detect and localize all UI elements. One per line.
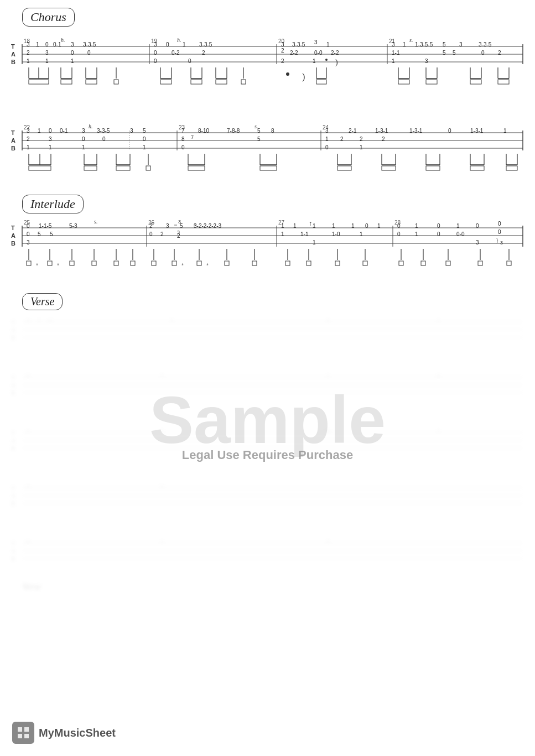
svg-rect-307: [335, 261, 340, 265]
svg-text:3: 3: [500, 240, 503, 246]
svg-text:0: 0: [27, 223, 30, 229]
svg-text:3: 3: [27, 239, 30, 246]
svg-text:1: 1: [27, 58, 30, 64]
svg-rect-293: [172, 261, 176, 265]
svg-text:T: T: [11, 129, 15, 136]
svg-text:*: *: [181, 263, 184, 269]
svg-text:0: 0: [166, 41, 169, 48]
svg-text:5: 5: [443, 41, 446, 48]
svg-rect-87: [191, 80, 202, 84]
svg-text:0: 0: [397, 231, 401, 237]
verse-label: Verse: [22, 293, 63, 310]
svg-text:0: 0: [397, 223, 401, 229]
svg-text:2: 2: [360, 136, 363, 142]
svg-rect-319: [507, 261, 511, 265]
svg-text:0: 0: [45, 41, 49, 48]
svg-text:2: 2: [202, 50, 205, 56]
svg-rect-197: [337, 166, 351, 170]
svg-text:3-3-5: 3-3-5: [479, 41, 492, 48]
svg-text:1: 1: [82, 144, 85, 150]
svg-rect-183: [116, 166, 130, 170]
svg-text:3-3-5: 3-3-5: [292, 41, 305, 48]
svg-text:2: 2: [27, 50, 30, 56]
svg-rect-111: [470, 80, 481, 84]
page: Chorus T A B 18 19 20 21 h. h. s. 3 1 0 …: [0, 0, 535, 756]
svg-text:1: 1: [351, 223, 355, 229]
svg-text:): ): [335, 58, 338, 67]
svg-text:1: 1: [415, 223, 418, 229]
svg-text:0: 0: [437, 231, 440, 237]
svg-rect-201: [382, 166, 396, 170]
svg-rect-299: [225, 261, 229, 265]
svg-rect-99: [316, 80, 326, 84]
svg-text:0: 0: [143, 136, 146, 142]
svg-rect-73: [61, 80, 72, 84]
svg-text:1: 1: [143, 144, 146, 150]
svg-text:1: 1: [360, 231, 363, 237]
svg-rect-371: [18, 734, 22, 738]
svg-text:0: 0: [365, 223, 368, 229]
svg-text:1: 1: [332, 223, 335, 229]
svg-text:5-3: 5-3: [69, 223, 77, 229]
svg-text:8-10: 8-10: [198, 128, 209, 134]
svg-text:0: 0: [188, 58, 191, 64]
svg-text:2: 2: [160, 231, 164, 237]
svg-rect-296: [197, 261, 201, 265]
svg-rect-185: [146, 166, 150, 170]
svg-rect-370: [24, 727, 29, 732]
svg-text:A: A: [11, 51, 15, 58]
svg-rect-309: [363, 261, 367, 265]
svg-text:1: 1: [326, 41, 330, 48]
svg-text:2: 2: [177, 233, 180, 239]
svg-text:0: 0: [102, 136, 106, 142]
svg-rect-103: [398, 80, 409, 84]
svg-text:0-1: 0-1: [53, 41, 61, 48]
svg-text:1-3-1: 1-3-1: [375, 128, 388, 134]
svg-text:0: 0: [82, 136, 85, 142]
svg-text:3-2-2-2-2-3: 3-2-2-2-2-3: [194, 223, 221, 229]
svg-text:5: 5: [443, 50, 446, 56]
svg-text:1: 1: [403, 41, 406, 48]
svg-text:3: 3: [325, 128, 329, 134]
svg-text:A: A: [11, 232, 15, 239]
svg-rect-303: [285, 261, 290, 265]
svg-text:↑: ↑: [309, 220, 312, 227]
svg-text:1-0: 1-0: [332, 231, 340, 237]
svg-rect-311: [399, 261, 403, 265]
svg-text:1: 1: [27, 144, 30, 150]
svg-text:1: 1: [325, 136, 329, 142]
svg-text:h.: h.: [61, 37, 65, 43]
svg-text:1: 1: [281, 231, 284, 237]
svg-text:*: *: [206, 263, 209, 269]
svg-text:1: 1: [313, 223, 316, 229]
svg-text:3: 3: [281, 41, 284, 48]
svg-text:0: 0: [448, 128, 451, 134]
svg-text:5: 5: [257, 128, 261, 134]
svg-text:0: 0: [476, 223, 479, 229]
svg-text:3-3-5: 3-3-5: [83, 41, 96, 48]
svg-text:8: 8: [271, 128, 274, 134]
svg-text:1: 1: [313, 58, 316, 64]
svg-text:↑: ↑: [151, 220, 154, 227]
interlude-label: Interlude: [22, 195, 84, 213]
tab-row-2: T A B 22 23 24 h. s. 3 1 0 0-1 3 3-3-5 2…: [6, 121, 526, 192]
svg-text:7: 7: [181, 128, 185, 134]
svg-rect-69: [29, 80, 49, 84]
svg-rect-193: [260, 166, 277, 170]
svg-text:1-1: 1-1: [300, 231, 309, 237]
svg-text:7: 7: [191, 134, 194, 140]
svg-rect-287: [114, 261, 118, 265]
svg-rect-305: [307, 261, 311, 265]
svg-text:1: 1: [38, 128, 41, 134]
svg-text:7-8-8: 7-8-8: [227, 128, 240, 134]
chorus-label: Chorus: [22, 8, 75, 27]
svg-text:1: 1: [71, 58, 74, 64]
svg-text:5: 5: [38, 231, 41, 237]
svg-rect-280: [48, 261, 52, 265]
svg-text:1: 1: [392, 58, 395, 64]
svg-text:0: 0: [27, 231, 30, 237]
svg-text:h.: h.: [177, 37, 181, 43]
svg-text:2: 2: [498, 50, 501, 56]
svg-rect-285: [92, 261, 96, 265]
svg-text:0: 0: [181, 144, 185, 150]
